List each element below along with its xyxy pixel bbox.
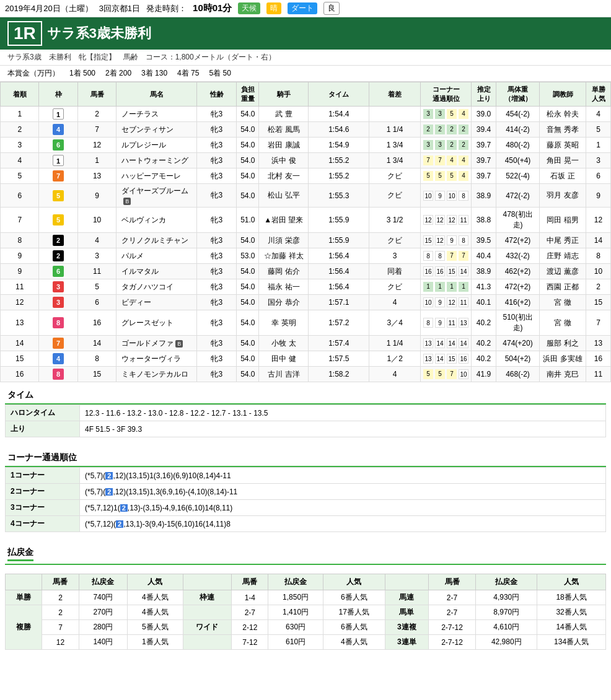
col-trainer: 調教師	[540, 82, 586, 107]
trainer: 南井 克巳	[540, 367, 586, 382]
corner-cell: 5	[435, 171, 445, 181]
wakuren2-num: 2-7	[232, 605, 268, 620]
jockey: 古川 吉洋	[259, 367, 309, 382]
gender-age: 牝3	[197, 122, 237, 138]
trainer: 岡田 稲男	[540, 208, 586, 233]
frame-badge: 2	[53, 250, 64, 261]
table-row: 8 2 4 クリノクルミチャン 牝3 54.0 川須 栄彦 1:55.9 クビ …	[1, 233, 611, 248]
corner-table: 1コーナー (*5,7)(2,12)(13,15)1(3,16)(6,9)10(…	[5, 467, 606, 532]
body-weight: 510(初出走)	[496, 310, 540, 336]
start-time: 10時01分	[193, 2, 232, 14]
corner-cell: 1	[459, 282, 468, 292]
corner-cell: 16	[423, 266, 433, 276]
corner-cell: 3	[435, 109, 445, 119]
popularity: 5	[586, 122, 611, 138]
track-type: ダート	[288, 2, 317, 14]
prize-3: 3着 130	[141, 68, 167, 79]
wakuren-num: 1-4	[232, 590, 268, 605]
last-3f: 39.0	[472, 107, 496, 122]
trainer: 西園 正都	[540, 279, 586, 295]
wide2-pop: 4番人気	[323, 635, 385, 650]
c2-label: 2コーナー	[6, 484, 80, 500]
time: 1:57.1	[309, 295, 369, 310]
fukusho-label: 複勝	[6, 605, 42, 650]
margin: クビ	[369, 184, 421, 208]
frame-badge: 4	[53, 124, 64, 135]
corners: 1111	[421, 279, 472, 295]
horse-number: 6	[77, 295, 116, 310]
table-row: 9 2 3 パルメ 牝3 53.0 ☆加藤 祥太 1:56.4 3 8877 4…	[1, 248, 611, 264]
corner-cell: 10	[447, 191, 457, 201]
frame-badge-cell: 3	[39, 295, 77, 310]
c3-label: 3コーナー	[6, 500, 80, 516]
corner-cell: 7	[423, 155, 433, 165]
b-badge: B	[175, 340, 183, 348]
margin: クビ	[369, 168, 421, 184]
corner-cell: 8	[459, 235, 468, 245]
prize-5: 5着 50	[209, 68, 231, 79]
col-weight: 負担重量	[237, 82, 259, 107]
table-row: 2 4 7 セブンティサン 牝3 54.0 松若 風馬 1:54.6 1 1/4…	[1, 122, 611, 138]
gender-age: 牝3	[197, 310, 237, 336]
prize-1: 1着 500	[69, 68, 95, 79]
margin: クビ	[369, 233, 421, 248]
horse-number: 12	[77, 138, 116, 153]
rank: 6	[1, 184, 39, 208]
rank: 16	[1, 367, 39, 382]
gender-age: 牝3	[197, 248, 237, 264]
corners: 16161514	[421, 264, 472, 279]
body-weight: 414(-2)	[496, 122, 540, 138]
c1-label: 1コーナー	[6, 468, 80, 484]
corner-cell: 7	[459, 251, 468, 261]
wide-pop: 6番人気	[323, 620, 385, 635]
corners: 109108	[421, 184, 472, 208]
corner-cell: 4	[459, 155, 468, 165]
start-time-label: 発走時刻：	[146, 3, 187, 14]
trainer: 音無 秀孝	[540, 122, 586, 138]
trainer: 羽月 友彦	[540, 184, 586, 208]
frame-badge-cell: 7	[39, 336, 77, 351]
agari-value: 4F 51.5 - 3F 39.3	[80, 421, 606, 437]
horse-name: ハッピーアモーレ	[116, 168, 197, 184]
last-3f: 39.7	[472, 168, 496, 184]
body-weight: 454(-2)	[496, 107, 540, 122]
wakuren-pop: 6番人気	[323, 590, 385, 605]
margin: 3／4	[369, 310, 421, 336]
wide2-num: 7-12	[232, 635, 268, 650]
time: 1:54.9	[309, 138, 369, 153]
body-weight: 416(+2)	[496, 295, 540, 310]
col-rank: 着順	[1, 82, 39, 107]
corner-cell: 2	[459, 125, 468, 134]
corners: 12121211	[421, 208, 472, 233]
pay-col8: 人気	[323, 574, 385, 590]
jockey: 国分 恭介	[259, 295, 309, 310]
jockey: 岩田 康誠	[259, 138, 309, 153]
gender-age: 牝3	[197, 138, 237, 153]
time: 1:57.5	[309, 351, 369, 367]
frame-badge-cell: 8	[39, 310, 77, 336]
rank: 9	[1, 248, 39, 264]
corner-cell: 4	[459, 171, 468, 181]
fuku1-pay: 270円	[79, 605, 128, 620]
results-table: 着順 枠 馬番 馬名 性齢 負担重量 騎手 タイム 着差 コーナー通過順位 推定…	[0, 82, 611, 382]
last-3f: 39.5	[472, 233, 496, 248]
fuku1-pop: 4番人気	[128, 605, 183, 620]
burden-weight: 54.0	[237, 184, 259, 208]
frame-badge-cell: 2	[39, 248, 77, 264]
burden-weight: 53.0	[237, 248, 259, 264]
payout-row-fuku3: 12 140円 1番人気 7-12 610円 4番人気 3連単 2-7-12 4…	[6, 635, 606, 650]
frame-badge: 4	[53, 353, 64, 364]
horse-number: 8	[77, 351, 116, 367]
horse-number: 4	[77, 233, 116, 248]
gender-age: 牝3	[197, 208, 237, 233]
tansho-pay: 740円	[79, 590, 128, 605]
weather-value: 晴	[266, 2, 281, 14]
table-row: 7 5 10 ベルヴィンカ 牝3 51.0 ▲岩田 望来 1:55.9 3 1/…	[1, 208, 611, 233]
last-3f: 40.1	[472, 295, 496, 310]
margin: 同着	[369, 264, 421, 279]
gender-age: 牝3	[197, 351, 237, 367]
time: 1:55.9	[309, 233, 369, 248]
corner-cell: 8	[435, 251, 445, 261]
gender-age: 牝3	[197, 107, 237, 122]
jockey: 福永 祐一	[259, 279, 309, 295]
